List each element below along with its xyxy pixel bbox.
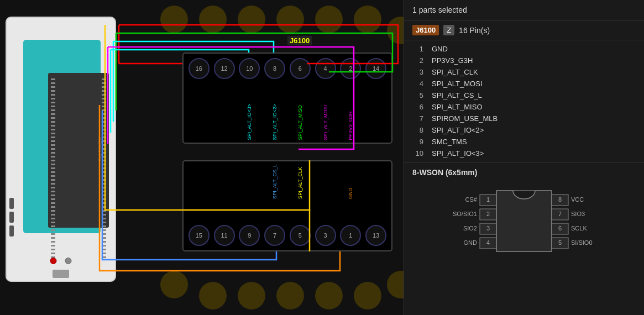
bg-dot	[199, 6, 227, 33]
pin-number: 5	[412, 91, 423, 99]
pin-14: 14	[365, 58, 386, 79]
pin-name: SPI_ALT_IO<3>	[432, 149, 484, 158]
list-item: 10 SPI_ALT_IO<3>	[404, 148, 644, 159]
circuit-view: XGecu Pro G3N 16 12 10 8 6 4 2 14	[0, 0, 404, 315]
pin-name: SPI_ALT_CS_L	[432, 91, 482, 99]
ic-top-connector: 16 12 10 8 6 4 2 14 SPI_ALT_IO<3> SPI_AL…	[182, 53, 392, 144]
parts-selected-label: 1 parts selected	[404, 0, 644, 20]
pin-name: SMC_TMS	[432, 138, 467, 146]
list-item: 1 GND	[404, 43, 644, 55]
pin-name: SPI_ALT_CLK	[432, 68, 478, 76]
part-id-badge: J6100	[412, 25, 439, 35]
svg-text:3: 3	[486, 225, 490, 232]
bottom-pin-labels: SPI_ALT_CS_L SPI_ALT_CLK GND	[184, 164, 391, 199]
svg-rect-6	[496, 191, 552, 251]
svg-text:CS#: CS#	[465, 196, 478, 203]
pin-number: 3	[412, 68, 423, 76]
top-pin-labels: SPI_ALT_IO<3> SPI_ALT_IO<2> SPI_ALT_MISO…	[184, 104, 391, 140]
package-section: 8-WSON (6x5mm)	[404, 162, 644, 268]
right-panel: 1 parts selected J6100 Z 16 Pin(s) 1 GND…	[404, 0, 644, 315]
pin-8: 8	[264, 58, 285, 79]
package-title: 8-WSON (6x5mm)	[412, 168, 636, 177]
bg-dot	[238, 282, 265, 309]
programmer-leds	[50, 258, 72, 264]
part-header: J6100 Z 16 Pin(s)	[404, 20, 644, 40]
pin-name: SPIROM_USE_MLB	[432, 114, 498, 123]
pin-3: 3	[315, 225, 336, 246]
svg-text:6: 6	[558, 225, 562, 232]
bottom-pins-row: 15 11 9 7 5 3 1 13	[184, 225, 391, 246]
programmer-body	[23, 40, 101, 233]
svg-text:7: 7	[558, 211, 562, 217]
package-svg: CS# SO/SIO1 SIO2 GND 1 2 3 4 8 7 6 5 VCC…	[447, 182, 601, 262]
pin-11: 11	[214, 225, 235, 246]
bg-dot	[276, 6, 304, 33]
bg-dot	[160, 6, 188, 33]
side-buttons	[9, 198, 14, 237]
bg-dot	[387, 271, 404, 298]
pins-list: 1 GND 2 PP3V3_G3H 3 SPI_ALT_CLK 4 SPI_AL…	[404, 40, 644, 162]
svg-text:2: 2	[486, 211, 490, 217]
bg-dot	[354, 6, 381, 33]
programmer-device: XGecu Pro G3N	[6, 17, 116, 282]
led-red	[50, 258, 57, 264]
package-diagram: CS# SO/SIO1 SIO2 GND 1 2 3 4 8 7 6 5 VCC…	[412, 182, 636, 262]
pin-name: SPI_ALT_MISO	[432, 103, 483, 111]
pin-16: 16	[189, 58, 210, 79]
pin-number: 2	[412, 56, 423, 65]
list-item: 7 SPIROM_USE_MLB	[404, 113, 644, 124]
top-pins-row: 16 12 10 8 6 4 2 14	[184, 58, 391, 79]
bg-dot	[160, 271, 188, 298]
pin-name: SPI_ALT_IO<2>	[432, 126, 484, 134]
svg-text:SIO3: SIO3	[571, 211, 585, 217]
list-item: 9 SMC_TMS	[404, 136, 644, 148]
pin-name: SPI_ALT_MOSI	[432, 80, 483, 88]
pin-13: 13	[365, 225, 386, 246]
list-item: 4 SPI_ALT_MOSI	[404, 78, 644, 90]
usb-port	[53, 270, 69, 278]
svg-text:GND: GND	[464, 239, 478, 246]
ic-bottom-connector: SPI_ALT_CS_L SPI_ALT_CLK GND 15 11 9 7 5…	[182, 160, 392, 251]
pin-name: GND	[432, 45, 448, 53]
list-item: 2 PP3V3_G3H	[404, 55, 644, 66]
chip-label: J6100	[287, 36, 312, 45]
list-item: 6 SPI_ALT_MISO	[404, 101, 644, 113]
pin-number: 9	[412, 138, 423, 146]
bg-dot	[315, 6, 343, 33]
pin-5: 5	[290, 225, 311, 246]
pin-4: 4	[315, 58, 336, 79]
bg-dot	[315, 282, 343, 309]
pin-number: 7	[412, 114, 423, 123]
list-item: 8 SPI_ALT_IO<2>	[404, 124, 644, 136]
svg-text:SCLK: SCLK	[571, 225, 587, 232]
programmer-side-label: XGecu Pro	[97, 137, 103, 161]
pin-10: 10	[239, 58, 260, 79]
part-z-badge: Z	[443, 25, 454, 35]
list-item: 5 SPI_ALT_CS_L	[404, 90, 644, 101]
svg-text:SIO2: SIO2	[463, 225, 477, 232]
pin-9: 9	[239, 225, 260, 246]
bg-dot	[387, 17, 404, 44]
pin-number: 10	[412, 149, 423, 158]
pin-number: 6	[412, 103, 423, 111]
bg-dot	[199, 282, 227, 309]
pin-number: 1	[412, 45, 423, 53]
pin-15: 15	[189, 225, 210, 246]
led-gray	[65, 258, 72, 264]
pin-1: 1	[340, 225, 361, 246]
pin-name: PP3V3_G3H	[432, 56, 473, 65]
svg-text:5: 5	[558, 239, 562, 246]
svg-text:1: 1	[486, 196, 490, 203]
list-item: 3 SPI_ALT_CLK	[404, 66, 644, 78]
bg-dot	[354, 282, 381, 309]
svg-text:VCC: VCC	[571, 196, 584, 203]
svg-text:8: 8	[558, 196, 562, 203]
pin-number: 8	[412, 126, 423, 134]
bg-dot	[276, 282, 304, 309]
pin-7: 7	[264, 225, 285, 246]
pin-2: 2	[340, 58, 361, 79]
svg-text:4: 4	[486, 239, 490, 246]
pin-number: 4	[412, 80, 423, 88]
pin-12: 12	[214, 58, 235, 79]
pin-6: 6	[290, 58, 311, 79]
